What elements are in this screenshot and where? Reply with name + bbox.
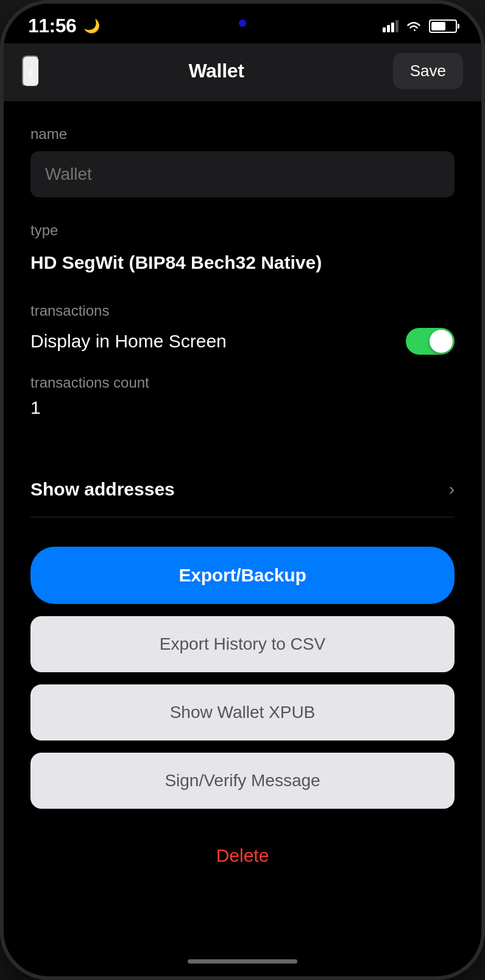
sign-verify-message-button[interactable]: Sign/Verify Message <box>30 753 455 809</box>
transactions-label: transactions <box>30 302 455 319</box>
dynamic-island <box>203 12 282 34</box>
show-addresses-label: Show addresses <box>30 479 175 500</box>
export-backup-button[interactable]: Export/Backup <box>30 547 455 604</box>
phone-frame: 11:56 🌙 <box>0 0 485 980</box>
moon-icon: 🌙 <box>83 18 100 34</box>
nav-bar: ‹ Wallet Save <box>4 43 481 101</box>
dynamic-island-dot <box>239 20 246 27</box>
name-section: name <box>30 126 455 197</box>
transactions-section: transactions Display in Home Screen tran… <box>30 302 455 442</box>
battery-icon <box>429 20 457 33</box>
show-addresses-row[interactable]: Show addresses › <box>30 467 455 512</box>
name-input[interactable] <box>30 151 455 197</box>
type-value: HD SegWit (BIP84 Bech32 Native) <box>30 247 455 278</box>
type-label: type <box>30 222 455 239</box>
signal-bar-1 <box>383 27 386 32</box>
page-title: Wallet <box>188 60 244 82</box>
wifi-icon <box>406 20 422 32</box>
chevron-right-icon: › <box>449 480 455 499</box>
transactions-count-value: 1 <box>30 397 455 418</box>
display-home-screen-label: Display in Home Screen <box>30 331 227 352</box>
delete-button[interactable]: Delete <box>30 833 455 878</box>
display-home-screen-toggle[interactable] <box>406 328 455 355</box>
name-label: name <box>30 126 455 143</box>
display-home-screen-row: Display in Home Screen <box>30 328 455 355</box>
status-icons <box>383 20 457 33</box>
save-button[interactable]: Save <box>393 53 463 89</box>
toggle-knob <box>430 330 453 353</box>
content-area: name type HD SegWit (BIP84 Bech32 Native… <box>4 101 481 946</box>
signal-bar-2 <box>387 25 390 32</box>
transactions-count-label: transactions count <box>30 374 455 391</box>
transactions-count-section: transactions count 1 <box>30 374 455 418</box>
back-button[interactable]: ‹ <box>22 55 40 87</box>
export-history-csv-button[interactable]: Export History to CSV <box>30 616 455 672</box>
home-indicator <box>4 946 481 976</box>
home-bar <box>188 959 297 964</box>
type-section: type HD SegWit (BIP84 Bech32 Native) <box>30 222 455 278</box>
signal-bar-3 <box>391 23 394 32</box>
status-time: 11:56 <box>28 15 76 37</box>
show-wallet-xpub-button[interactable]: Show Wallet XPUB <box>30 684 455 740</box>
battery-fill <box>431 22 445 30</box>
divider <box>30 517 455 517</box>
signal-icon <box>383 20 398 32</box>
phone-screen: 11:56 🌙 <box>4 4 481 976</box>
signal-bar-4 <box>395 20 398 32</box>
